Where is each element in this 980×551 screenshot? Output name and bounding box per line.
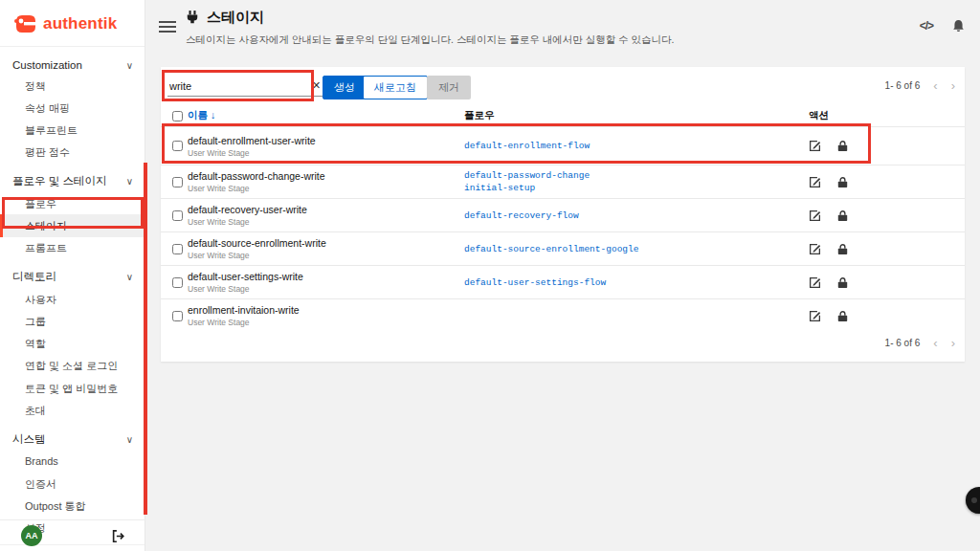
sidebar-item-policies[interactable]: 정책 (0, 75, 145, 97)
sidebar-item-groups[interactable]: 그룹 (0, 310, 145, 332)
logout-button[interactable] (112, 530, 124, 542)
pagination-prev-icon[interactable]: ‹ (933, 339, 937, 348)
sidebar-item-brands[interactable]: Brands (0, 451, 145, 473)
edit-button[interactable] (809, 276, 821, 289)
pagination-bottom: 1- 6 of 6 ‹ › (885, 338, 955, 348)
edit-icon (809, 140, 821, 152)
table-row[interactable]: default-user-settings-write User Write S… (161, 265, 965, 298)
edit-button[interactable] (809, 310, 821, 322)
authentik-logo-icon (13, 13, 38, 34)
sort-descending-icon[interactable]: ↓ (211, 109, 215, 121)
nav-section-customization: Customization ∨ 정책 속성 매핑 블루프린트 평판 점수 (0, 49, 145, 164)
sidebar-item-prompts[interactable]: 프롬프트 (0, 237, 145, 259)
stages-table: 이름 ↓ 플로우 액션 default-enrollment-user-writ… (161, 105, 965, 332)
stages-card: ✕ 생성 새로고침 제거 1- 6 of 6 ‹ › (161, 67, 965, 362)
flow-link[interactable]: default-password-change (464, 169, 590, 182)
edit-icon (809, 276, 821, 289)
menu-icon (159, 21, 176, 23)
stage-type: User Write Stage (188, 251, 464, 260)
stage-type: User Write Stage (188, 217, 464, 227)
table-row[interactable]: enrollment-invitaion-write User Write St… (161, 298, 965, 332)
lock-icon (837, 140, 848, 152)
pagination-next-icon[interactable]: › (951, 81, 955, 91)
sidebar-section-directory[interactable]: 디렉토리 ∨ (0, 265, 145, 288)
page-subtitle: 스테이지는 사용자에게 안내되는 플로우의 단일 단계입니다. 스테이지는 플로… (186, 33, 865, 47)
flow-link[interactable]: default-source-enrollment-google (464, 243, 638, 255)
column-actions: 액션 (809, 109, 965, 122)
edit-button[interactable] (809, 243, 821, 255)
edit-button[interactable] (809, 176, 821, 188)
flow-link[interactable]: initial-setup (464, 182, 535, 194)
select-all-checkbox[interactable] (172, 111, 183, 121)
sidebar-item-property-mappings[interactable]: 속성 매핑 (0, 97, 145, 119)
lock-icon (837, 176, 848, 188)
sidebar-section-system[interactable]: 시스템 ∨ (0, 428, 145, 451)
sidebar-item-federation[interactable]: 연합 및 소셜 로그인 (0, 355, 145, 377)
row-checkbox[interactable] (172, 210, 183, 221)
delete-button[interactable]: 제거 (427, 76, 471, 99)
create-button[interactable]: 생성 (323, 76, 367, 99)
sidebar-item-roles[interactable]: 역할 (0, 333, 145, 355)
row-checkbox[interactable] (172, 177, 183, 187)
notifications-bell-icon[interactable] (952, 19, 965, 33)
authentik-logo-text: authentik (43, 14, 117, 33)
flow-link[interactable]: default-user-settings-flow (464, 276, 606, 289)
menu-toggle-button[interactable] (159, 21, 176, 35)
section-label: 디렉토리 (12, 270, 56, 284)
refresh-button[interactable]: 새로고침 (363, 76, 428, 99)
search-input[interactable] (167, 77, 307, 97)
table-row[interactable]: default-source-enrollment-write User Wri… (161, 231, 965, 265)
section-label: Customization (12, 59, 82, 71)
lock-icon (837, 276, 848, 289)
page-header: 스테이지 스테이지는 사용자에게 안내되는 플로우의 단일 단계입니다. 스테이… (186, 9, 865, 47)
toolbar: ✕ 생성 새로고침 제거 1- 6 of 6 ‹ › (161, 67, 965, 105)
pagination-label: 1- 6 of 6 (885, 338, 921, 348)
sidebar-item-reputation[interactable]: 평판 점수 (0, 142, 145, 164)
edit-button[interactable] (809, 140, 821, 152)
sidebar-item-invitations[interactable]: 초대 (0, 400, 145, 422)
sidebar-item-users[interactable]: 사용자 (0, 288, 145, 310)
close-icon: ✕ (312, 79, 321, 91)
pagination-next-icon[interactable]: › (951, 339, 955, 348)
header-actions: </> (920, 19, 965, 33)
floating-widget-button[interactable] (966, 487, 980, 514)
flow-link[interactable]: default-recovery-flow (464, 209, 579, 222)
sidebar-item-certificates[interactable]: 인증서 (0, 473, 145, 495)
sidebar-item-outpost-integrations[interactable]: Outpost 통합 (0, 495, 145, 517)
api-browser-icon[interactable]: </> (920, 19, 933, 33)
chevron-down-icon: ∨ (126, 176, 133, 187)
sidebar-item-stages[interactable]: 스테이지 (0, 214, 145, 236)
authentik-logo[interactable]: authentik (0, 0, 145, 47)
page-title: 스테이지 (207, 9, 264, 27)
sidebar-section-customization[interactable]: Customization ∨ (0, 55, 145, 75)
permissions-lock-button[interactable] (837, 243, 848, 255)
flow-link[interactable]: default-enrollment-flow (464, 140, 590, 152)
lock-icon (837, 310, 848, 322)
chevron-down-icon: ∨ (126, 434, 133, 445)
permissions-lock-button[interactable] (837, 209, 848, 222)
row-checkbox[interactable] (172, 311, 183, 321)
row-checkbox[interactable] (172, 244, 183, 254)
table-row[interactable]: default-recovery-user-write User Write S… (161, 198, 965, 231)
permissions-lock-button[interactable] (837, 140, 848, 152)
sidebar-item-blueprints[interactable]: 블루프린트 (0, 120, 145, 142)
row-checkbox[interactable] (172, 141, 183, 151)
sidebar-section-flows-stages[interactable]: 플로우 및 스테이지 ∨ (0, 169, 145, 192)
sidebar-item-flows[interactable]: 플로우 (0, 192, 145, 214)
table-row[interactable]: default-password-change-write User Write… (161, 165, 965, 198)
stage-name: default-user-settings-write (188, 271, 464, 282)
column-name[interactable]: 이름 (188, 109, 208, 121)
edit-button[interactable] (809, 209, 821, 222)
column-flow: 플로우 (464, 109, 809, 122)
avatar[interactable]: AA (21, 525, 42, 546)
permissions-lock-button[interactable] (837, 176, 848, 188)
table-header-row: 이름 ↓ 플로우 액션 (161, 105, 965, 126)
section-label: 플로우 및 스테이지 (12, 174, 106, 188)
permissions-lock-button[interactable] (837, 310, 848, 322)
table-row[interactable]: default-enrollment-user-write User Write… (161, 126, 965, 165)
pagination-prev-icon[interactable]: ‹ (933, 81, 937, 91)
row-checkbox[interactable] (172, 277, 183, 288)
sidebar-item-tokens[interactable]: 토큰 및 앱 비밀번호 (0, 377, 145, 399)
permissions-lock-button[interactable] (837, 276, 848, 289)
stage-type: User Write Stage (188, 284, 464, 294)
